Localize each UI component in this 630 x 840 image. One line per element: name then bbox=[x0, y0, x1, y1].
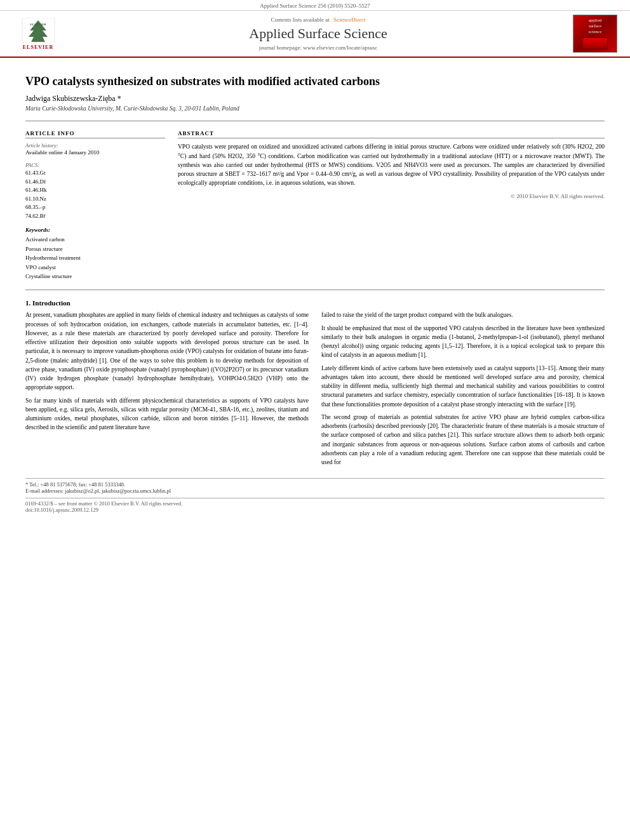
pacs-label: PACS: bbox=[25, 162, 165, 168]
svg-text:ELSEVIER: ELSEVIER bbox=[30, 23, 46, 26]
footnote-area: * Tel.: +48 81 5375678; fax: +48 81 5333… bbox=[25, 478, 605, 494]
pacs-item-5: 68.35.–p bbox=[25, 203, 165, 212]
journal-title: Applied Surface Science bbox=[64, 25, 573, 42]
intro-body: At present, vanadium phosphates are appl… bbox=[25, 310, 605, 470]
pacs-list: 61.43.Gt 61.46.Df 61.46.Hk 61.10.Nz 68.3… bbox=[25, 169, 165, 220]
journal-cover: applied surface science bbox=[573, 15, 617, 53]
abstract-label: ABSTRACT bbox=[178, 130, 605, 138]
footer-issn: 0169-4332/$ – see front matter © 2010 El… bbox=[25, 500, 605, 507]
main-content: VPO catalysts synthesized on substrates … bbox=[0, 58, 630, 519]
footnote-tel: * Tel.: +48 81 5375678; fax: +48 81 5333… bbox=[25, 481, 605, 488]
body-divider bbox=[25, 290, 605, 290]
elsevier-logo: ELSEVIER ELSEVIER bbox=[21, 18, 56, 50]
keyword-1: Activated carbon bbox=[25, 235, 165, 244]
article-info-col: ARTICLE INFO Article history: Available … bbox=[25, 130, 165, 281]
body-col-left: At present, vanadium phosphates are appl… bbox=[25, 310, 309, 470]
footnote-email: E-mail addresses: jakubisz@o2.pl, jakubi… bbox=[25, 488, 605, 494]
citation-text: Applied Surface Science 256 (2010) 5520–… bbox=[260, 3, 370, 9]
footer-doi: doi:10.1016/j.apsusc.2009.12.129 bbox=[25, 507, 605, 513]
elsevier-tree-icon: ELSEVIER bbox=[21, 18, 56, 43]
header-center: Contents lists available at ScienceDirec… bbox=[64, 17, 573, 51]
citation-bar: Applied Surface Science 256 (2010) 5520–… bbox=[0, 0, 630, 11]
keyword-2: Porous structure bbox=[25, 244, 165, 253]
pacs-item-2: 61.46.Df bbox=[25, 178, 165, 187]
intro-para2: So far many kinds of materials with diff… bbox=[25, 396, 309, 432]
pacs-item-3: 61.46.Hk bbox=[25, 186, 165, 195]
cover-image bbox=[582, 37, 608, 50]
author-name: Jadwiga Skubiszewska-Zięba * bbox=[25, 94, 605, 103]
keyword-3: Hydrothermal treatment bbox=[25, 253, 165, 262]
footer-bar: 0169-4332/$ – see front matter © 2010 El… bbox=[25, 498, 605, 513]
abstract-text: VPO catalysts were prepared on oxidized … bbox=[178, 142, 605, 187]
affiliation: Maria Curie-Skłodowska University, M. Cu… bbox=[25, 105, 605, 112]
journal-homepage: journal homepage: www.elsevier.com/locat… bbox=[64, 44, 573, 51]
intro-para5: Lately different kinds of active carbons… bbox=[321, 364, 605, 409]
copyright-text: © 2010 Elsevier B.V. All rights reserved… bbox=[178, 193, 605, 199]
intro-heading: 1. Introduction bbox=[25, 299, 605, 307]
elsevier-text: ELSEVIER bbox=[23, 44, 53, 50]
available-online: Available online 4 January 2010 bbox=[25, 149, 165, 156]
paper-title: VPO catalysts synthesized on substrates … bbox=[25, 74, 605, 89]
article-info-label: ARTICLE INFO bbox=[25, 130, 165, 138]
journal-header: ELSEVIER ELSEVIER Contents lists availab… bbox=[0, 11, 630, 58]
intro-para4: It should be emphasized that most of the… bbox=[321, 324, 605, 360]
keywords-title: Keywords: bbox=[25, 227, 165, 233]
sciencedirect-line: Contents lists available at ScienceDirec… bbox=[64, 17, 573, 23]
header-divider bbox=[25, 121, 605, 121]
history-label: Article history: bbox=[25, 142, 165, 149]
article-info-abstract: ARTICLE INFO Article history: Available … bbox=[25, 130, 605, 281]
keywords-section: Keywords: Activated carbon Porous struct… bbox=[25, 227, 165, 281]
sciencedirect-link-text[interactable]: ScienceDirect bbox=[333, 17, 365, 23]
intro-para1: At present, vanadium phosphates are appl… bbox=[25, 310, 309, 392]
intro-para6: The second group of materials as potenti… bbox=[321, 413, 605, 467]
intro-para3: failed to raise the yield of the target … bbox=[321, 310, 605, 319]
body-col-right: failed to raise the yield of the target … bbox=[321, 310, 605, 470]
keyword-4: VPO catalyst bbox=[25, 263, 165, 272]
keyword-5: Crystalline structure bbox=[25, 272, 165, 281]
pacs-item-4: 61.10.Nz bbox=[25, 195, 165, 204]
keywords-list: Activated carbon Porous structure Hydrot… bbox=[25, 235, 165, 281]
abstract-col: ABSTRACT VPO catalysts were prepared on … bbox=[178, 130, 605, 281]
pacs-item-6: 74.62.Bf bbox=[25, 212, 165, 221]
pacs-item-1: 61.43.Gt bbox=[25, 169, 165, 178]
elsevier-logo-container: ELSEVIER ELSEVIER bbox=[13, 15, 64, 53]
